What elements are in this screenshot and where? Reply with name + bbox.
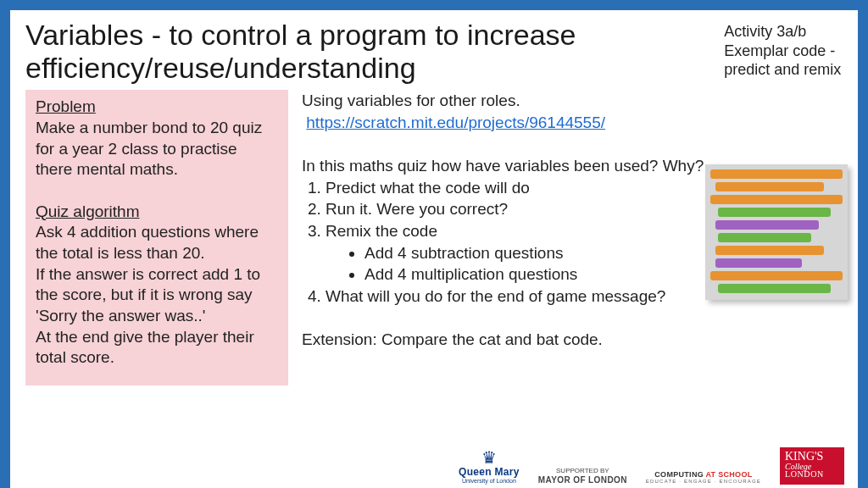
mayor-of-london-logo: SUPPORTED BY MAYOR OF LONDON — [538, 468, 627, 485]
slide-title: Variables - to control a program to incr… — [25, 19, 724, 85]
cas-sub: EDUCATE · ENGAGE · ENCOURAGE — [646, 479, 761, 485]
kings-college-logo: KING'S College LONDON — [780, 447, 844, 485]
algorithm-line2: If the answer is correct add 1 to the sc… — [36, 264, 278, 327]
crown-icon: ♛ — [481, 448, 497, 467]
activity-line1: Activity 3a/b — [724, 22, 843, 42]
scratch-link[interactable]: https://scratch.mit.edu/projects/9614455… — [306, 114, 605, 131]
mol-supported: SUPPORTED BY — [556, 468, 609, 475]
scratch-code-thumbnail — [705, 164, 848, 300]
extension-line: Extension: Compare the cat and bat code. — [302, 329, 843, 351]
activity-note: Activity 3a/b Exemplar code - predict an… — [724, 19, 843, 80]
activity-line2: Exemplar code - predict and remix — [724, 42, 843, 80]
queen-mary-logo: ♛ Queen Mary University of London — [459, 448, 520, 485]
algorithm-line1: Ask 4 addition questions where the total… — [36, 222, 278, 263]
problem-heading: Problem — [36, 97, 278, 118]
cas-b: AT SCHOOL — [705, 470, 752, 479]
algorithm-heading: Quiz algorithm — [36, 202, 278, 223]
header-row: Variables - to control a program to incr… — [25, 19, 843, 85]
qm-name: Queen Mary — [459, 467, 520, 478]
body: Problem Make a number bond to 20 quiz fo… — [25, 90, 843, 385]
cas-a: COMPUTING — [654, 470, 705, 479]
slide: Variables - to control a program to incr… — [10, 10, 858, 488]
problem-box: Problem Make a number bond to 20 quiz fo… — [25, 90, 288, 385]
kings-line3: LONDON — [785, 470, 839, 479]
instructions: Using variables for other roles. https:/… — [302, 90, 843, 385]
algorithm-line3: At the end give the player their total s… — [36, 327, 278, 369]
computing-at-school-logo: COMPUTING AT SCHOOL EDUCATE · ENGAGE · E… — [646, 471, 761, 485]
footer-logos: ♛ Queen Mary University of London SUPPOR… — [10, 447, 858, 488]
problem-text: Make a number bond to 20 quiz for a year… — [36, 118, 278, 180]
step-3-label: Remix the code — [326, 222, 437, 240]
qm-sub: University of London — [462, 478, 516, 485]
intro-line: Using variables for other roles. — [302, 90, 843, 112]
mol-text: MAYOR OF LONDON — [538, 475, 627, 485]
kings-line1: KING'S — [785, 451, 839, 463]
